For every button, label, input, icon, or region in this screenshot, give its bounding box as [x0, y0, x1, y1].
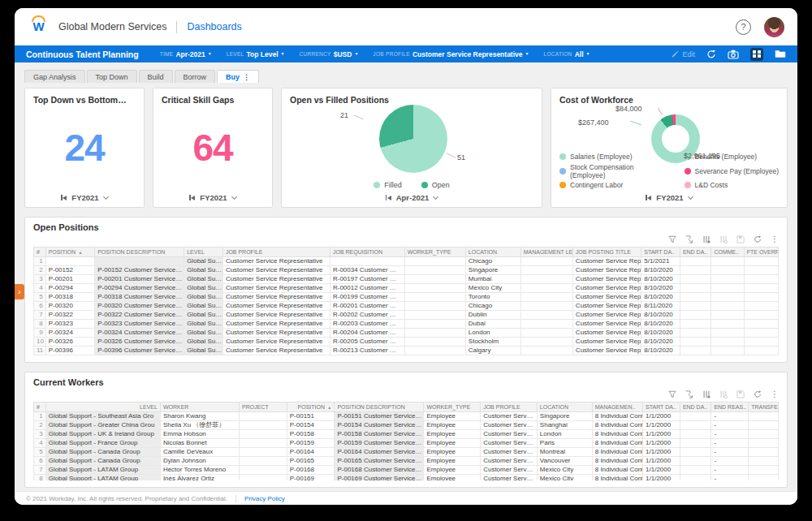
table-cell[interactable]: 1/1/2000: [643, 430, 680, 439]
table-cell[interactable]: Customer Service Representative: [222, 302, 330, 311]
table-cell[interactable]: [744, 311, 778, 320]
column-header[interactable]: JOB REQUISITION: [330, 248, 404, 257]
table-cell[interactable]: P-00169: [287, 475, 335, 481]
column-header[interactable]: POSITION: [45, 248, 95, 257]
column-header[interactable]: COMME..: [711, 248, 744, 257]
table-cell[interactable]: [744, 302, 778, 311]
table-cell[interactable]: [404, 284, 465, 293]
grid-view-icon[interactable]: [750, 48, 763, 61]
table-cell[interactable]: -: [711, 475, 749, 481]
table-cell[interactable]: [749, 439, 779, 448]
table-cell[interactable]: [680, 347, 711, 355]
table-cell[interactable]: Chicago: [465, 302, 520, 311]
table-cell[interactable]: [711, 347, 744, 355]
table-row[interactable]: 6P-00320P-00320 Customer Service…Global …: [34, 302, 779, 311]
table-cell[interactable]: 6: [34, 302, 46, 311]
table-cell[interactable]: Global Su…: [184, 275, 223, 284]
table-cell[interactable]: Employee: [424, 475, 481, 481]
table-cell[interactable]: Customer Serv…: [481, 448, 538, 457]
table-cell[interactable]: [520, 266, 572, 275]
table-cell[interactable]: Chicago: [465, 257, 520, 266]
table-row[interactable]: 9P-00324P-00324 Customer Service…Global …: [34, 329, 779, 338]
table-cell[interactable]: Customer Serv…: [481, 430, 538, 439]
table-cell[interactable]: [680, 412, 711, 421]
table-cell[interactable]: P-00322 Customer Service…: [95, 311, 184, 320]
table-cell[interactable]: Employee: [424, 412, 481, 421]
table-cell[interactable]: 1/1/2000: [643, 475, 680, 481]
table-cell[interactable]: 1: [34, 257, 46, 266]
table-cell[interactable]: P-00159: [287, 439, 335, 448]
table-cell[interactable]: 5: [34, 293, 46, 302]
table-cell[interactable]: [711, 329, 744, 338]
table-cell[interactable]: P-00320 Customer Service…: [95, 302, 184, 311]
period-control[interactable]: Apr-2021: [290, 191, 533, 204]
table-cell[interactable]: Customer Service Rep…: [572, 311, 641, 320]
period-control[interactable]: FY2021: [162, 191, 264, 204]
table-cell[interactable]: Global Su…: [184, 347, 223, 355]
period-control[interactable]: FY2021: [559, 191, 779, 204]
legend-item-filled[interactable]: Filled: [374, 181, 402, 189]
table-cell[interactable]: Customer Service Representative: [222, 293, 330, 302]
table-cell[interactable]: P-00318 Customer Service…: [95, 293, 184, 302]
table-cell[interactable]: [749, 448, 779, 457]
table-cell[interactable]: Mexico City: [537, 475, 592, 481]
table-cell[interactable]: [404, 347, 465, 355]
table-cell[interactable]: [749, 412, 779, 421]
table-cell[interactable]: [680, 421, 711, 430]
table-cell[interactable]: 7: [34, 311, 46, 320]
table-cell[interactable]: -: [711, 430, 749, 439]
table-cell[interactable]: Sheila Xu （徐舒菲）: [160, 421, 239, 430]
table-cell[interactable]: Employee: [424, 448, 481, 457]
table-cell[interactable]: 8/10/2020: [641, 311, 680, 320]
table-row[interactable]: 1Global Su…Customer Service Representati…: [34, 257, 779, 266]
table-cell[interactable]: P-00320: [45, 302, 95, 311]
table-cell[interactable]: Customer Service Rep…: [572, 338, 641, 347]
table-cell[interactable]: [744, 329, 778, 338]
table-cell[interactable]: Héctor Torres Moreno: [160, 466, 239, 475]
folder-icon[interactable]: [775, 50, 786, 58]
column-header[interactable]: WORKER: [160, 403, 239, 412]
table-row[interactable]: 5Global Support - Canada GroupCamille De…: [34, 448, 779, 457]
table-cell[interactable]: [680, 302, 711, 311]
table-cell[interactable]: [520, 275, 572, 284]
table-cell[interactable]: [749, 430, 779, 439]
table-cell[interactable]: 8 Individual Cont…: [592, 475, 642, 481]
table-cell[interactable]: [680, 275, 711, 284]
freeze-columns-icon[interactable]: [719, 235, 728, 243]
table-cell[interactable]: Customer Serv…: [481, 466, 538, 475]
table-cell[interactable]: [680, 320, 711, 329]
table-row[interactable]: 4P-00294P-00294 Customer Service…Global …: [34, 284, 779, 293]
table-cell[interactable]: P-00152: [45, 266, 95, 275]
column-header[interactable]: JOB PROFILE: [481, 403, 538, 412]
table-cell[interactable]: [680, 475, 711, 481]
tab-top-down[interactable]: Top Down: [87, 70, 137, 83]
avatar[interactable]: [764, 17, 784, 37]
table-cell[interactable]: Customer Serv…: [481, 421, 538, 430]
table-cell[interactable]: [680, 466, 711, 475]
table-cell[interactable]: Customer Service Rep…: [572, 284, 641, 293]
table-cell[interactable]: Employee: [424, 466, 481, 475]
legend-item-severance[interactable]: Severance Pay (Employee): [685, 163, 779, 179]
table-cell[interactable]: [680, 329, 711, 338]
table-cell[interactable]: Customer Service Representative: [222, 266, 330, 275]
table-cell[interactable]: [711, 302, 744, 311]
table-cell[interactable]: [744, 338, 778, 347]
table-cell[interactable]: P-00396 Customer Service…: [95, 347, 184, 355]
table-cell[interactable]: Customer Serv…: [481, 457, 538, 466]
table-cell[interactable]: Mexico City: [537, 466, 592, 475]
table-cell[interactable]: [749, 457, 779, 466]
column-header[interactable]: START DA..: [643, 403, 680, 412]
table-cell[interactable]: P-00164: [287, 448, 335, 457]
column-header[interactable]: JOB PROFILE: [222, 248, 330, 257]
tab-borrow[interactable]: Borrow: [175, 70, 216, 83]
column-header[interactable]: START DA..: [641, 248, 680, 257]
table-cell[interactable]: Dublin: [465, 311, 520, 320]
table-cell[interactable]: [711, 275, 744, 284]
column-header[interactable]: WORKER_TYPE: [404, 248, 465, 257]
table-cell[interactable]: P-00168: [287, 466, 335, 475]
table-cell[interactable]: Customer Service Rep…: [572, 329, 641, 338]
table-cell[interactable]: 1/1/2000: [643, 466, 680, 475]
table-cell[interactable]: 3: [34, 275, 46, 284]
table-cell[interactable]: [240, 430, 287, 439]
table-cell[interactable]: Paris: [537, 439, 592, 448]
